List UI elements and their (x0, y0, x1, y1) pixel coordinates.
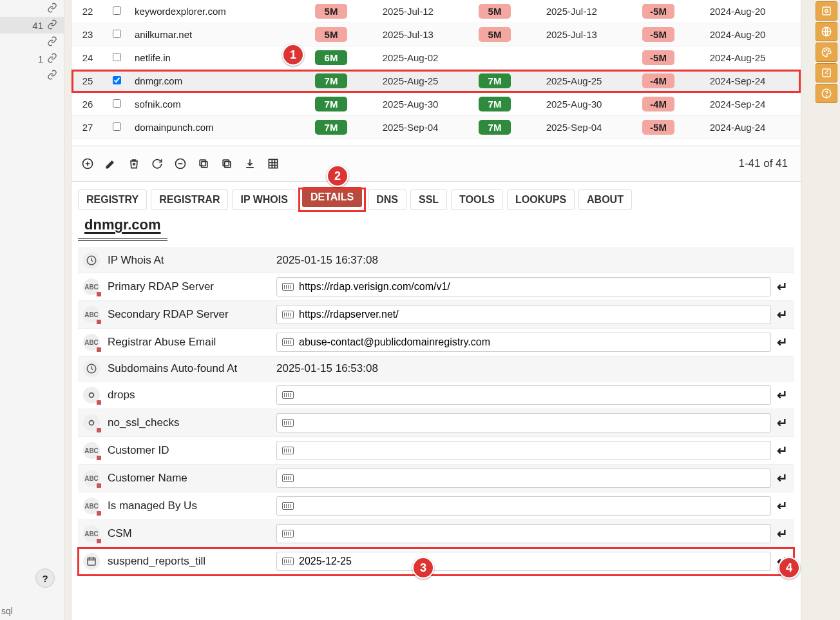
table-row[interactable]: 24netlife.in6M2025-Aug-02-5M2024-Aug-25 (72, 46, 801, 70)
row-checkbox[interactable] (113, 30, 121, 38)
date-cell: 2025-Aug-02 (377, 46, 473, 70)
edit-icon[interactable] (816, 63, 837, 82)
detail-row: ABCCustomer Name↵ (78, 465, 794, 492)
delete-button[interactable] (124, 154, 144, 173)
add-button[interactable] (78, 154, 97, 173)
help-button[interactable]: ? (35, 568, 55, 588)
globe-icon[interactable] (816, 22, 837, 41)
submit-icon[interactable]: ↵ (775, 279, 789, 295)
download-button[interactable] (240, 154, 260, 173)
badge: 6M (315, 50, 347, 65)
submit-icon[interactable]: ↵ (775, 470, 789, 486)
detail-text-input[interactable] (299, 528, 765, 539)
detail-input[interactable] (276, 524, 771, 543)
remove-button[interactable] (171, 154, 190, 173)
sidebar-row[interactable]: 1 (0, 50, 64, 67)
detail-label: suspend_reports_till (108, 555, 269, 568)
row-checkbox[interactable] (113, 76, 121, 84)
sidebar-row[interactable] (0, 0, 64, 17)
detail-text-input[interactable] (299, 309, 765, 320)
row-checkbox[interactable] (113, 99, 121, 108)
row-checkbox[interactable] (113, 6, 121, 15)
detail-text-input[interactable] (299, 472, 765, 484)
table-row[interactable]: 27domainpunch.com7M2025-Sep-047M2025-Sep… (72, 116, 801, 139)
detail-text-input[interactable] (299, 417, 765, 429)
date-cell: 2024-Aug-24 (705, 116, 801, 139)
tab-registry[interactable]: REGISTRY (78, 189, 147, 210)
palette-icon[interactable] (816, 43, 837, 62)
detail-input[interactable] (276, 333, 771, 352)
tab-dns[interactable]: DNS (368, 189, 406, 210)
detail-input[interactable] (276, 496, 771, 516)
detail-input[interactable] (276, 469, 771, 488)
text-icon: ABC (83, 278, 100, 295)
link-icon (47, 53, 59, 64)
copy-button[interactable] (194, 154, 213, 173)
row-index: 27 (72, 116, 104, 139)
clock-icon (83, 252, 100, 269)
detail-text-input[interactable] (299, 500, 765, 512)
tab-ssl[interactable]: SSL (410, 189, 447, 210)
submit-icon[interactable]: ↵ (775, 307, 789, 322)
date-cell: 2025-Aug-25 (377, 70, 473, 93)
tab-details[interactable]: DETAILS (302, 187, 362, 207)
domain-cell: sofnik.com (129, 93, 310, 116)
row-index: 23 (72, 23, 104, 46)
submit-icon[interactable]: ↵ (775, 415, 789, 431)
detail-input[interactable] (276, 385, 771, 405)
table-row[interactable]: 26sofnik.com7M2025-Aug-307M2025-Aug-30-4… (72, 93, 801, 116)
tab-registrar[interactable]: REGISTRAR (151, 189, 228, 210)
keyboard-icon (282, 391, 294, 399)
detail-row: drops↵ (78, 382, 794, 409)
row-index: 24 (72, 46, 104, 70)
row-checkbox[interactable] (113, 53, 121, 61)
detail-input[interactable] (276, 413, 771, 432)
detail-input[interactable] (276, 277, 771, 296)
paste-button[interactable] (217, 154, 236, 173)
grid-button[interactable] (263, 154, 283, 173)
callout-4: 4 (778, 557, 800, 579)
badge: -5M (642, 4, 674, 19)
submit-icon[interactable]: ↵ (775, 526, 789, 541)
detail-text-input[interactable] (299, 556, 765, 567)
table-row[interactable]: 25dnmgr.com7M2025-Aug-257M2025-Aug-25-4M… (72, 70, 801, 93)
settings-icon[interactable] (816, 1, 837, 21)
detail-input[interactable] (276, 552, 771, 571)
submit-icon[interactable]: ↵ (775, 443, 789, 458)
main-panel: 22keywordexplorer.com5M2025-Jul-125M2025… (71, 0, 801, 620)
tab-tools[interactable]: TOOLS (451, 189, 503, 210)
sidebar-row[interactable] (0, 67, 64, 84)
detail-text-input[interactable] (299, 281, 765, 293)
submit-icon[interactable]: ↵ (775, 334, 789, 350)
tab-about[interactable]: ABOUT (578, 189, 632, 210)
help-icon[interactable] (816, 84, 837, 103)
footer-text: sql (0, 606, 13, 616)
sidebar-row-active[interactable]: 41 (0, 17, 64, 34)
domain-table: 22keywordexplorer.com5M2025-Jul-125M2025… (72, 0, 801, 139)
link-icon (47, 3, 59, 14)
detail-row: ABCRegistrar Abuse Email↵ (78, 329, 794, 356)
svg-point-16 (826, 50, 827, 51)
date-cell: 2025-Sep-04 (541, 116, 637, 139)
badge: -4M (642, 97, 674, 111)
detail-input[interactable] (276, 441, 771, 460)
detail-text-input[interactable] (299, 336, 765, 348)
detail-text-input[interactable] (299, 389, 765, 401)
detail-text-input[interactable] (299, 445, 765, 456)
edit-button[interactable] (101, 154, 120, 173)
submit-icon[interactable]: ↵ (775, 498, 789, 514)
svg-rect-11 (88, 558, 95, 565)
svg-rect-12 (823, 7, 830, 15)
row-index: 25 (72, 70, 104, 93)
row-count: 1-41 of 41 (738, 157, 794, 170)
table-row[interactable]: 23anilkumar.net5M2025-Jul-135M2025-Jul-1… (72, 23, 801, 46)
submit-icon[interactable]: ↵ (775, 387, 789, 403)
table-row[interactable]: 22keywordexplorer.com5M2025-Jul-125M2025… (72, 0, 801, 23)
row-checkbox[interactable] (113, 122, 121, 131)
sidebar-row[interactable] (0, 34, 64, 50)
tab-ip-whois[interactable]: IP WHOIS (232, 189, 296, 210)
refresh-button[interactable] (148, 154, 167, 173)
detail-input[interactable] (276, 305, 771, 324)
tab-lookups[interactable]: LOOKUPS (507, 189, 575, 210)
svg-rect-18 (823, 69, 830, 77)
